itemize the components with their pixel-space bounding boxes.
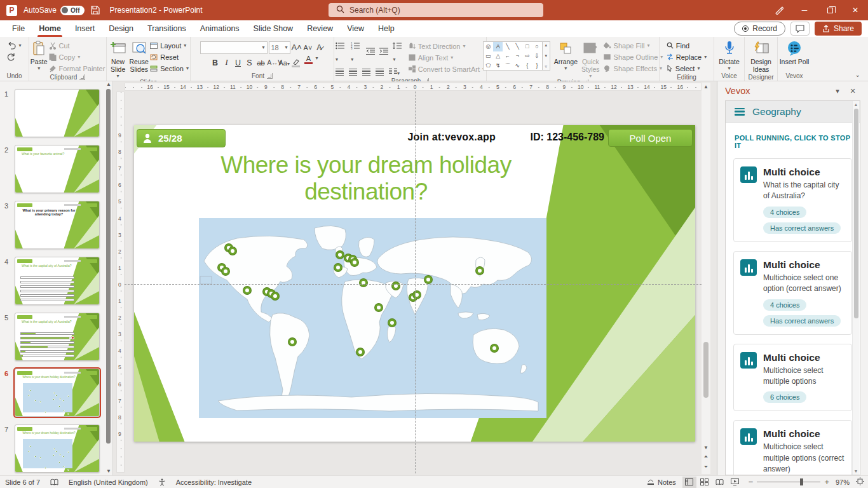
tab-insert[interactable]: Insert <box>68 20 102 37</box>
bold-button[interactable]: B <box>210 58 220 67</box>
vevox-poll-card[interactable]: Multi choice What is the capital city of… <box>733 158 852 242</box>
accessibility-status[interactable]: Accessibility: Investigate <box>176 478 252 486</box>
arrange-button[interactable]: Arrange▾ <box>554 39 578 71</box>
notes-button[interactable]: Notes <box>647 478 676 486</box>
font-dialog-launcher[interactable] <box>267 73 273 79</box>
underline-button[interactable]: U <box>233 58 243 67</box>
insert-poll-button[interactable]: Insert Poll <box>779 39 810 65</box>
text-box-shape[interactable]: A <box>493 42 503 51</box>
session-header[interactable]: Geography <box>726 101 860 123</box>
align-center-button[interactable] <box>349 69 357 76</box>
fit-to-window-icon[interactable] <box>856 477 864 487</box>
zoom-in-icon[interactable]: + <box>824 477 829 487</box>
decrease-indent-button[interactable] <box>366 46 375 58</box>
tab-review[interactable]: Review <box>300 20 340 37</box>
task-pane-menu-icon[interactable]: ▾ <box>830 87 845 95</box>
align-left-button[interactable] <box>336 69 344 76</box>
slide-thumbnail-2[interactable]: 2What is your favourite animal? <box>15 145 100 193</box>
slide-thumbnail-4[interactable]: 4What is the capital city of Australia? <box>15 257 100 305</box>
previous-slide-icon[interactable]: ⏶ <box>702 454 710 460</box>
thumbnails-scrollbar[interactable] <box>106 88 111 466</box>
autosave-toggle[interactable]: AutoSave Off <box>24 6 85 15</box>
find-button[interactable]: Find <box>667 40 707 51</box>
spell-check-icon[interactable] <box>50 478 58 486</box>
share-button[interactable]: Share <box>815 22 862 36</box>
shape-outline-button[interactable]: Shape Outline▾ <box>604 51 663 62</box>
convert-to-smartart-button[interactable]: Convert to SmartArt▾ <box>409 64 485 74</box>
slide-show-button[interactable] <box>728 477 742 488</box>
reset-button[interactable]: Reset <box>150 51 189 62</box>
collapse-ribbon-icon[interactable]: ⌄ <box>855 71 860 78</box>
editor-scrollbar-thumb[interactable] <box>703 342 709 398</box>
close-button[interactable]: ✕ <box>843 0 868 20</box>
font-name-combobox[interactable]: ▾ <box>200 41 268 54</box>
tab-transitions[interactable]: Transitions <box>140 20 193 37</box>
align-text-button[interactable]: Align Text▾ <box>409 52 485 63</box>
zoom-slider-thumb[interactable] <box>800 478 803 485</box>
cut-button[interactable]: Cut <box>49 40 105 51</box>
section-button[interactable]: Section▾ <box>150 63 189 74</box>
new-slide-button[interactable]: New Slide▾ <box>108 39 128 79</box>
decrease-font-size-button[interactable]: A˅ <box>303 44 313 51</box>
font-color-button[interactable]: A▾ <box>303 55 315 70</box>
language-indicator[interactable]: English (United Kingdom) <box>69 478 148 486</box>
search-box[interactable]: Search (Alt+Q) <box>329 3 543 17</box>
zoom-out-icon[interactable]: − <box>749 477 754 487</box>
replace-button[interactable]: Replace▾ <box>667 51 707 62</box>
text-direction-button[interactable]: Text Direction▾ <box>409 41 485 51</box>
editor-scrollbar[interactable]: ▲ ▼ ⏶ ⏷ <box>702 83 710 474</box>
shape-effects-button[interactable]: Shape Effects▾ <box>604 63 663 74</box>
poll-status-button[interactable]: Poll Open <box>608 129 693 147</box>
text-shadow-button[interactable]: S <box>245 58 255 67</box>
next-slide-icon[interactable]: ⏷ <box>702 464 710 470</box>
powerpoint-app-icon[interactable]: P <box>6 5 17 16</box>
reading-view-button[interactable] <box>713 477 727 488</box>
ribbon-display-options-icon[interactable] <box>766 0 792 20</box>
normal-view-button[interactable] <box>682 477 696 488</box>
slide-indicator[interactable]: Slide 6 of 7 <box>5 478 40 486</box>
pane-scrollbar-thumb[interactable] <box>854 109 858 318</box>
zoom-level[interactable]: 97% <box>836 478 850 486</box>
accessibility-icon[interactable] <box>158 478 166 486</box>
clear-formatting-button[interactable]: A̷ <box>315 43 325 52</box>
vevox-poll-card[interactable]: Multi choice Multichoice select multiple… <box>733 344 852 412</box>
tab-design[interactable]: Design <box>102 20 140 37</box>
vevox-poll-card[interactable]: Multi choice Multichoice select one opti… <box>733 251 852 335</box>
line-spacing-button[interactable]: ▾ <box>393 41 403 64</box>
tab-slide-show[interactable]: Slide Show <box>247 20 301 37</box>
poll-running-status[interactable]: POLL RUNNING, CLICK TO STOP IT <box>735 134 852 149</box>
layout-button[interactable]: Layout▾ <box>150 40 189 51</box>
save-icon[interactable] <box>91 6 100 15</box>
comments-button[interactable] <box>790 22 810 36</box>
scroll-up-icon[interactable]: ▲ <box>702 84 710 90</box>
redo-button[interactable] <box>7 51 21 62</box>
reuse-slides-button[interactable]: Reuse Slides <box>129 39 149 73</box>
slide-title[interactable]: Where is your dream holiday destination? <box>159 152 573 205</box>
undo-button[interactable]: ▾ <box>7 40 21 51</box>
horizontal-ruler[interactable]: 1615141312111098765432101234567891011121… <box>125 83 702 91</box>
columns-button[interactable]: ▾ <box>389 66 400 78</box>
zoom-slider[interactable]: − + <box>749 477 829 487</box>
thumbnails-scroll-up-icon[interactable]: ▲ <box>106 81 111 87</box>
format-painter-button[interactable]: Format Painter <box>49 63 105 74</box>
tab-view[interactable]: View <box>340 20 371 37</box>
design-ideas-button[interactable]: Design Ideas <box>746 39 776 73</box>
increase-indent-button[interactable] <box>379 46 388 58</box>
copy-button[interactable]: Copy▾ <box>49 51 105 62</box>
shape-fill-button[interactable]: Shape Fill▾ <box>604 40 663 51</box>
menu-icon[interactable] <box>735 108 745 116</box>
paste-button[interactable]: Paste ▾ <box>31 39 48 71</box>
font-size-combobox[interactable]: 18▾ <box>269 41 290 54</box>
slide-canvas[interactable]: 25/28 Join at:vevox.app ID: 123-456-789 … <box>134 125 695 442</box>
slide-thumbnail-6[interactable]: 6Where is your dream holiday destination… <box>15 369 100 417</box>
italic-button[interactable]: I <box>222 58 232 67</box>
slide-thumbnail-3[interactable]: 3What is your primary reason for attendi… <box>15 201 100 249</box>
shape-gallery[interactable]: ◎A╲╲□○ ▭△⌐¬⇨⇩ ⬠↯⌒∿{} <box>483 41 543 71</box>
pane-scroll-down-icon[interactable]: ▼ <box>853 469 859 473</box>
character-spacing-button[interactable]: A↔V <box>268 59 278 66</box>
tab-animations[interactable]: Animations <box>193 20 247 37</box>
clipboard-dialog-launcher[interactable] <box>79 74 85 80</box>
vertical-ruler[interactable]: 9876543210123456789 <box>116 92 125 473</box>
increase-font-size-button[interactable]: A˄ <box>292 43 302 52</box>
pane-scroll-up-icon[interactable]: ▲ <box>853 102 859 107</box>
